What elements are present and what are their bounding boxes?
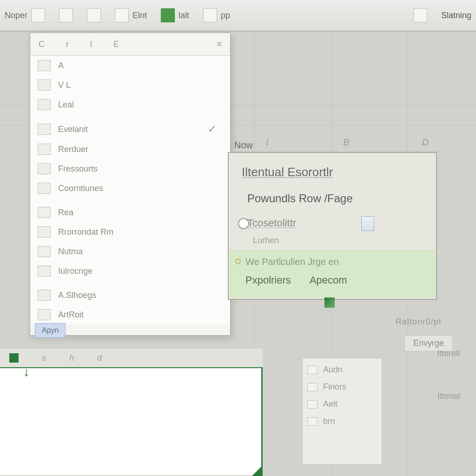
item-icon xyxy=(38,246,51,257)
list-item[interactable]: Aelt xyxy=(307,399,377,409)
dd-tab[interactable]: l xyxy=(90,40,92,49)
list-item[interactable]: Finors xyxy=(307,382,377,392)
tooltip-option[interactable]: Tcosetolittr xyxy=(247,217,296,229)
col-header[interactable]: D xyxy=(386,137,465,151)
row-icon xyxy=(307,383,317,391)
item-label: V L xyxy=(58,80,71,90)
sheet-col-headers: s h d xyxy=(0,349,263,368)
tool-icon[interactable] xyxy=(115,8,129,22)
sheet-icon[interactable] xyxy=(9,353,19,363)
item-icon xyxy=(38,226,51,238)
ribbon-label: Noper xyxy=(5,11,27,20)
ribbon-group[interactable] xyxy=(87,8,101,22)
tooltip-title: Iltentual Esorortlr xyxy=(242,165,333,179)
side-listbox[interactable]: Audn Finors Aelt brn xyxy=(302,358,382,465)
dropdown-item[interactable]: Nutma xyxy=(30,242,230,261)
side-tabs: Envyrge xyxy=(288,335,456,351)
row-label: Aelt xyxy=(323,399,337,409)
ribbon-group[interactable] xyxy=(59,8,73,22)
highlight-text: Pxpolriers xyxy=(245,274,291,286)
item-icon xyxy=(38,309,51,320)
ribbon-group[interactable]: pp xyxy=(203,8,230,22)
row-label: brn xyxy=(323,416,335,426)
dropdown-item[interactable]: A xyxy=(30,56,230,75)
dropdown-item[interactable]: A.Slhoegs xyxy=(30,285,230,305)
dropdown-item[interactable]: Fressourts xyxy=(30,159,230,178)
dd-tab[interactable]: r xyxy=(66,40,69,49)
sheet-body[interactable] xyxy=(0,368,263,475)
item-label: Iulrocnge xyxy=(58,266,93,276)
ribbon-group[interactable]: Elnt xyxy=(115,8,147,22)
insert-dropdown-panel: C r l E ≡ A V L Leal Evelanit Rerduer Fr… xyxy=(30,33,231,336)
item-label: A.Slhoegs xyxy=(58,291,96,300)
item-label: Coorntiunes xyxy=(58,184,103,193)
dd-tab[interactable]: C xyxy=(39,40,45,49)
row-icon xyxy=(307,417,317,426)
ribbon-group[interactable] xyxy=(413,8,427,22)
apply-chip[interactable]: Apyn xyxy=(35,323,66,338)
item-label: Rrorrondat Rm xyxy=(58,227,113,237)
ribbon-group-settings[interactable]: Slatning xyxy=(441,11,471,20)
list-item[interactable]: Audn xyxy=(307,365,377,375)
building-icon xyxy=(361,216,374,231)
item-label: Leal xyxy=(58,100,74,110)
side-label: Ittenal xyxy=(437,391,460,401)
menu-icon[interactable]: ≡ xyxy=(217,40,222,49)
feature-tooltip: Now Iltentual Esorortlr Powundls Row /Fa… xyxy=(228,152,437,300)
sheet-preview: s h d xyxy=(0,349,263,476)
ribbon-group[interactable]: Noper xyxy=(5,8,45,22)
dropdown-item[interactable]: Rerduer xyxy=(30,139,230,159)
tooltip-highlight[interactable]: We Partlculien Jrge en Pxpolriers Apecom xyxy=(230,251,435,298)
item-label: A xyxy=(58,61,64,71)
side-label: Ittereti xyxy=(437,349,460,358)
item-label: Evelanit xyxy=(58,125,88,134)
col-header[interactable]: d xyxy=(97,353,102,363)
dd-tab[interactable]: E xyxy=(113,40,119,49)
ribbon-group[interactable]: lalt xyxy=(161,8,189,22)
tooltip-subtitle: Powundls Row /Fage xyxy=(247,192,353,205)
item-label: Rerduer xyxy=(58,145,88,154)
item-label: Fressourts xyxy=(58,164,98,174)
item-label: ArtRoit xyxy=(58,310,84,320)
item-icon xyxy=(38,79,51,91)
item-icon xyxy=(38,265,51,277)
highlight-text: Apecom xyxy=(310,274,347,286)
highlight-line: Pxpolriers Apecom xyxy=(245,274,347,286)
dropdown-item[interactable]: Rea xyxy=(30,203,230,222)
tool-icon[interactable] xyxy=(59,8,73,22)
tool-icon[interactable] xyxy=(161,8,175,22)
now-label: Now xyxy=(234,140,253,151)
highlight-line: We Partlculien Jrge en xyxy=(245,257,339,267)
tool-icon[interactable] xyxy=(87,8,101,22)
col-header[interactable]: s xyxy=(42,353,46,363)
ribbon-toolbar: Noper Elnt lalt pp Slatning xyxy=(0,0,476,32)
dropdown-item[interactable]: Iulrocnge xyxy=(30,261,230,281)
dropdown-item[interactable]: V L xyxy=(30,75,230,95)
col-header[interactable]: h xyxy=(69,353,74,363)
tool-icon[interactable] xyxy=(413,8,427,22)
row-label: Finors xyxy=(323,382,346,392)
dropdown-item[interactable]: Rrorrondat Rm xyxy=(30,222,230,242)
list-item[interactable]: brn xyxy=(307,416,377,426)
resize-handle-icon[interactable] xyxy=(251,465,263,476)
col-header[interactable]: B xyxy=(307,137,386,151)
ribbon-label: lalt xyxy=(178,11,189,20)
dropdown-item[interactable]: Leal xyxy=(30,95,230,114)
item-icon xyxy=(38,290,51,301)
excel-icon xyxy=(324,298,335,308)
dropdown-top-tabs: C r l E ≡ xyxy=(30,33,230,56)
dropdown-item[interactable]: ArtRoit xyxy=(30,305,230,324)
dropdown-list: A V L Leal Evelanit Rerduer Fressourts C… xyxy=(30,56,230,324)
row-icon xyxy=(307,366,317,374)
paste-icon[interactable] xyxy=(31,8,45,22)
tool-icon[interactable] xyxy=(203,8,217,22)
insert-arrow-icon xyxy=(23,364,30,379)
row-label: Audn xyxy=(323,365,343,375)
dropdown-item[interactable]: Evelanit xyxy=(30,119,230,139)
dropdown-item[interactable]: Coorntiunes xyxy=(30,178,230,198)
bullet-icon xyxy=(235,258,241,264)
side-pane: Raltonr0/pt Envyrge Ittereti Ittenal Aud… xyxy=(288,317,456,470)
item-icon xyxy=(38,60,51,71)
row-icon xyxy=(307,400,317,409)
side-header: Raltonr0/pt xyxy=(288,317,456,327)
